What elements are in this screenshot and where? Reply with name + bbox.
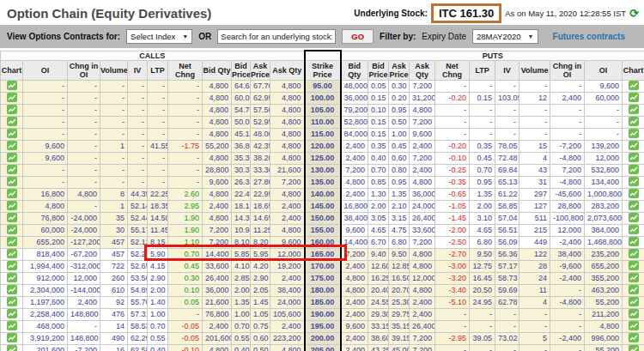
chart-icon[interactable] <box>7 189 17 198</box>
chart-icon[interactable] <box>629 165 639 174</box>
put-chng-in-oi: - <box>550 104 585 116</box>
put-oi: 532,800 <box>585 164 623 176</box>
expiry-date-select[interactable]: 28MAY2020 ▼ <box>472 29 538 44</box>
chart-icon[interactable] <box>7 345 17 351</box>
put-ask-qty: 2,400 <box>410 164 435 176</box>
chart-icon[interactable] <box>7 237 17 246</box>
put-bid-qty: 7,200 <box>341 164 368 176</box>
call-chng-in-oi: 12,000 <box>68 272 100 284</box>
chart-icon[interactable] <box>629 225 639 234</box>
call-ltp: 1.40 <box>148 296 168 308</box>
put-oi: 655,200 <box>585 260 623 272</box>
chart-icon[interactable] <box>7 177 17 186</box>
chart-icon[interactable] <box>629 213 639 222</box>
chart-icon[interactable] <box>7 129 17 138</box>
put-net-chng: - <box>435 80 470 92</box>
put-bid-qty: 2,400 <box>341 296 368 308</box>
put-bid-price: 29.30 <box>368 308 389 320</box>
stock-search-input[interactable] <box>217 29 336 44</box>
chart-icon[interactable] <box>629 237 639 246</box>
put-chart-cell <box>623 212 644 224</box>
chart-icon[interactable] <box>629 333 639 342</box>
chart-icon[interactable] <box>7 333 17 342</box>
chart-icon[interactable] <box>629 105 639 114</box>
chart-icon[interactable] <box>629 141 639 150</box>
put-bid-price: 0.15 <box>368 116 389 128</box>
put-ltp: 0.15 <box>470 92 495 104</box>
col-header-ask-price: Ask Price <box>251 60 270 80</box>
chart-icon[interactable] <box>629 81 639 90</box>
call-iv: - <box>128 164 148 176</box>
chart-icon[interactable] <box>629 177 639 186</box>
put-net-chng: -2.95 <box>435 332 470 344</box>
chart-icon[interactable] <box>629 285 639 294</box>
chart-icon[interactable] <box>7 309 17 318</box>
chart-icon[interactable] <box>629 345 639 351</box>
call-chng-in-oi: 4,800 <box>68 188 100 200</box>
put-iv: 56.51 <box>495 224 519 236</box>
chart-icon[interactable] <box>7 225 17 234</box>
chart-icon[interactable] <box>7 153 17 162</box>
chart-icon[interactable] <box>629 129 639 138</box>
col-header-iv: IV <box>495 60 519 80</box>
chart-icon[interactable] <box>629 321 639 330</box>
call-iv: 55.17 <box>128 224 148 236</box>
chart-icon[interactable] <box>629 309 639 318</box>
put-ask-qty: 7,200 <box>410 236 435 248</box>
put-ask-price: 35.15 <box>389 320 410 332</box>
chart-icon[interactable] <box>629 261 639 270</box>
table-row: 4,800-152.1418.352.952,40018.1518.652,40… <box>1 200 644 212</box>
put-bid-qty: 79,200 <box>341 104 368 116</box>
call-volume: 30 <box>100 224 128 236</box>
chart-icon[interactable] <box>7 249 17 258</box>
call-bid-qty: 4,800 <box>203 344 232 351</box>
put-ask-qty: 26,400 <box>410 320 435 332</box>
chart-icon[interactable] <box>629 117 639 126</box>
put-bid-qty: 2,400 <box>341 140 368 152</box>
call-chart-cell <box>1 212 23 224</box>
chart-icon[interactable] <box>629 249 639 258</box>
chart-icon[interactable] <box>629 201 639 210</box>
col-header-ask-price: Ask Price <box>389 60 410 80</box>
futures-contracts-link[interactable]: Futures contracts <box>553 32 625 41</box>
put-bid-qty: 36,000 <box>341 92 368 104</box>
chart-icon[interactable] <box>7 321 17 330</box>
call-chart-cell <box>1 248 23 260</box>
chart-icon[interactable] <box>7 261 17 270</box>
chart-icon[interactable] <box>7 201 17 210</box>
chart-icon[interactable] <box>7 81 17 90</box>
put-oi: 12,000 <box>585 152 623 164</box>
chart-icon[interactable] <box>7 213 17 222</box>
call-ask-price: 42.35 <box>251 140 270 152</box>
chart-icon[interactable] <box>629 93 639 102</box>
call-net-chng: - <box>168 308 203 320</box>
chart-icon[interactable] <box>7 141 17 150</box>
refresh-icon[interactable]: ⟳ <box>629 8 639 19</box>
call-chng-in-oi: -312,000 <box>68 260 100 272</box>
index-select[interactable]: Select Index ▼ <box>126 29 192 44</box>
put-chart-cell <box>623 260 644 272</box>
chart-icon[interactable] <box>7 273 17 282</box>
chart-icon[interactable] <box>7 117 17 126</box>
chart-icon[interactable] <box>629 273 639 282</box>
put-bid-qty: 38,400 <box>341 212 368 224</box>
call-bid-qty: 4,800 <box>203 116 232 128</box>
table-row: ------4,80045.1048.004,800115.0084,0000.… <box>1 128 644 140</box>
chart-icon[interactable] <box>7 285 17 294</box>
call-bid-qty: 4,800 <box>203 152 232 164</box>
chart-icon[interactable] <box>7 297 17 306</box>
chart-icon[interactable] <box>629 189 639 198</box>
chart-icon[interactable] <box>629 153 639 162</box>
chart-icon[interactable] <box>7 165 17 174</box>
chart-icon[interactable] <box>7 93 17 102</box>
call-chart-cell <box>1 92 23 104</box>
call-iv: - <box>128 128 148 140</box>
call-oi: 76,800 <box>23 212 68 224</box>
go-button[interactable]: GO <box>342 29 374 44</box>
chart-icon[interactable] <box>7 105 17 114</box>
call-net-chng: - <box>168 92 203 104</box>
call-iv: 52.65 <box>128 260 148 272</box>
chart-icon[interactable] <box>629 297 639 306</box>
call-bid-qty: 36,000 <box>203 284 232 296</box>
put-ask-price: 1.00 <box>389 128 410 140</box>
